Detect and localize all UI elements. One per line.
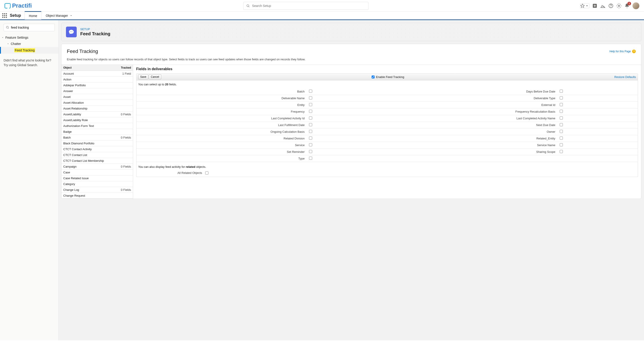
object-name: Asset/Liability (62, 111, 117, 117)
table-row[interactable]: Account1 Field (62, 71, 133, 77)
field-checkbox[interactable] (560, 116, 563, 120)
table-row[interactable]: Asset/Liability Role (62, 117, 133, 123)
notification-bell[interactable]: 1 (624, 3, 630, 8)
svg-point-5 (611, 7, 611, 7)
header-icons: 1 (580, 2, 640, 9)
gear-icon[interactable] (616, 3, 622, 8)
table-row[interactable]: Badge (62, 129, 133, 135)
field-row: FrequencyFrequency Recalculation Basis (136, 108, 638, 115)
field-checkbox[interactable] (309, 96, 312, 99)
enable-tracking-checkbox[interactable] (372, 75, 374, 78)
field-checkbox[interactable] (309, 157, 312, 160)
save-button[interactable]: Save (138, 74, 148, 79)
field-checkbox[interactable] (309, 130, 312, 133)
table-row[interactable]: Authorization Form Text (62, 123, 133, 129)
fields-panel: Fields in deliverables Save Cancel Enabl… (133, 65, 641, 199)
user-avatar[interactable] (632, 2, 640, 9)
all-related-checkbox[interactable] (205, 171, 208, 175)
table-row[interactable]: Asset/Liability0 Fields (62, 111, 133, 117)
tree-feature-settings[interactable]: Feature Settings (0, 34, 58, 41)
global-search-input[interactable] (252, 4, 366, 7)
field-checkbox[interactable] (309, 103, 312, 106)
field-label-right (387, 155, 558, 162)
field-checkbox[interactable] (309, 116, 312, 120)
restore-defaults-link[interactable]: Restore Defaults (614, 75, 636, 79)
svg-point-11 (72, 31, 72, 32)
tab-home[interactable]: Home (24, 11, 41, 20)
tree-label: Feed Tracking (14, 48, 35, 52)
table-row[interactable]: Campaign0 Fields (62, 164, 133, 170)
field-label-right: External Id (387, 102, 558, 108)
table-row[interactable]: Black Diamond Portfolio (62, 141, 133, 146)
search-icon (6, 26, 9, 29)
hint-line-2: Try using Global Search. (4, 63, 55, 67)
field-checkbox[interactable] (309, 137, 312, 140)
table-row[interactable]: Action (62, 77, 133, 82)
table-row[interactable]: CTCT Contact Activity (62, 146, 133, 152)
page-header-icon (66, 26, 77, 37)
table-row[interactable]: Change Log0 Fields (62, 187, 133, 193)
table-row[interactable]: Answer (62, 88, 133, 94)
table-row[interactable]: Change Request (62, 193, 133, 199)
favorites-dropdown[interactable] (580, 3, 590, 8)
table-row[interactable]: CTCT Contact List (62, 152, 133, 158)
plus-icon[interactable] (592, 3, 598, 8)
tree-chatter[interactable]: Chatter (0, 41, 58, 47)
field-checkbox[interactable] (309, 150, 312, 153)
field-checkbox[interactable] (309, 90, 312, 93)
tree-label: Chatter (11, 42, 21, 45)
field-checkbox[interactable] (560, 103, 563, 106)
sidebar-search-input[interactable] (4, 24, 55, 31)
field-checkbox[interactable] (309, 110, 312, 113)
breadcrumb: SETUP (80, 27, 110, 31)
help-link[interactable]: Help for this Page ? (610, 50, 636, 53)
field-checkbox[interactable] (560, 137, 563, 140)
help-icon[interactable] (608, 3, 614, 8)
field-cb-right (558, 142, 638, 149)
field-cb-left (307, 155, 387, 162)
chevron-down-icon (70, 14, 72, 17)
field-checkbox[interactable] (560, 96, 563, 99)
table-row[interactable]: Category (62, 181, 133, 187)
field-cb-right (558, 88, 638, 95)
table-row[interactable]: Asset Relationship (62, 106, 133, 111)
cancel-button[interactable]: Cancel (149, 74, 161, 79)
object-tracked: 0 Fields (117, 164, 133, 169)
enable-tracking-label: Enable Feed Tracking (376, 75, 404, 79)
table-row[interactable]: Asset (62, 94, 133, 100)
object-name: Action (62, 77, 117, 82)
field-checkbox[interactable] (309, 123, 312, 126)
field-rows-table: BatchDays Before Due DateDeliverable Nam… (136, 88, 638, 162)
help-icon: ? (632, 50, 636, 53)
field-checkbox[interactable] (560, 110, 563, 113)
field-cb-right (558, 149, 638, 155)
object-name: Asset (62, 94, 117, 100)
trailhead-icon[interactable] (600, 3, 606, 8)
table-row[interactable]: Case Related Issue (62, 175, 133, 181)
field-cb-left (307, 115, 387, 122)
object-tracked (117, 158, 133, 164)
table-row[interactable]: CTCT Contact List Membership (62, 158, 133, 164)
field-checkbox[interactable] (560, 123, 563, 126)
table-row[interactable]: Addepar Portfolio (62, 82, 133, 88)
table-row[interactable]: Batch0 Fields (62, 135, 133, 141)
logo[interactable]: Practifi (4, 2, 32, 9)
field-checkbox[interactable] (560, 90, 563, 93)
app-launcher[interactable] (0, 13, 9, 18)
page-title: Feed Tracking (80, 31, 110, 36)
svg-point-10 (71, 31, 72, 32)
field-checkbox[interactable] (560, 150, 563, 153)
object-name: Badge (62, 129, 117, 134)
table-row[interactable]: Case (62, 170, 133, 175)
field-label-left: Entity (136, 102, 307, 108)
field-checkbox[interactable] (309, 143, 312, 146)
content-header: Feed Tracking Help for this Page ? (62, 48, 641, 56)
global-search-wrap (32, 2, 580, 10)
table-row[interactable]: Asset Allocation (62, 100, 133, 106)
global-search-box[interactable] (243, 2, 368, 10)
field-checkbox[interactable] (560, 130, 563, 133)
field-row: Type (136, 155, 638, 162)
field-checkbox[interactable] (560, 143, 563, 146)
tree-feed-tracking[interactable]: Feed Tracking (0, 47, 58, 54)
tab-object-manager[interactable]: Object Manager (41, 11, 77, 20)
